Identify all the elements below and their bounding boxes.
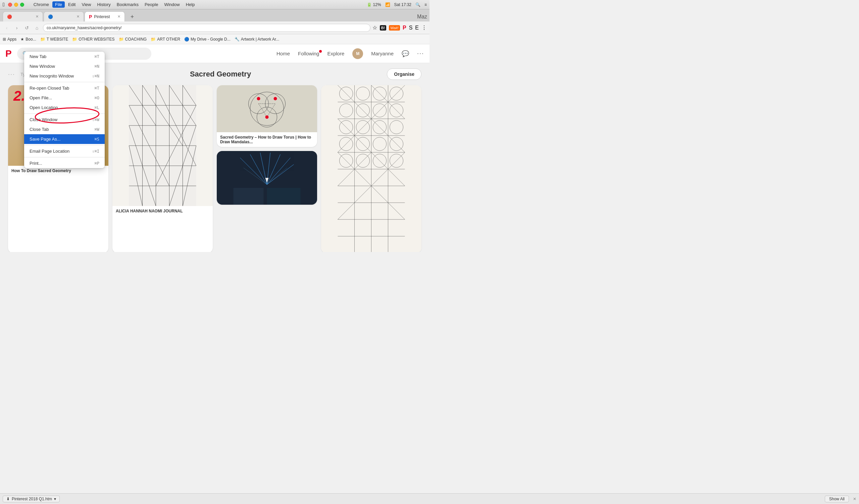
bookmark-artwork[interactable]: 🔧 Artwork | Artwork Ar...	[235, 37, 279, 42]
refresh-button[interactable]: ↺	[23, 24, 31, 32]
address-input[interactable]	[43, 24, 371, 32]
menu-bar: Chrome File Edit View History Bookmarks …	[31, 1, 198, 8]
pin-card-2[interactable]: ALICIA HANNAH NAOMI JOURNAL	[112, 85, 213, 252]
notification-icon: ≡	[424, 2, 427, 7]
pin-image-4	[321, 85, 421, 252]
back-button[interactable]: ‹	[3, 24, 11, 32]
maximize-window-button[interactable]	[20, 3, 24, 7]
bookmark-star-icon2: ★	[20, 37, 24, 42]
menu-item-open-location[interactable]: Open Location... ⌘L	[24, 103, 105, 112]
artwork-icon: 🔧	[235, 37, 240, 42]
pinterest-logo[interactable]: P	[5, 48, 12, 59]
bookmark-other-websites[interactable]: 📁 OTHER WEBSITES	[72, 37, 115, 42]
menu-people[interactable]: People	[142, 1, 161, 8]
bookmark-books[interactable]: ★ Boo...	[20, 37, 36, 42]
email-location-label: Email Page Location	[30, 149, 70, 154]
wifi-icon: 📶	[385, 2, 390, 7]
bookmark-website[interactable]: 📁 T WEBSITE	[40, 37, 68, 42]
separator-1	[24, 82, 105, 82]
new-tab-shortcut: ⌘T	[95, 55, 99, 59]
menu-item-reopen-tab[interactable]: Re-open Closed Tab ⌘T	[24, 83, 105, 93]
browser-tab-2[interactable]: 🔵 ✕	[44, 11, 84, 21]
incognito-label: New Incognito Window	[30, 74, 74, 78]
close-window-button[interactable]	[8, 3, 12, 7]
home-button[interactable]: ⌂	[33, 24, 41, 32]
menu-edit[interactable]: Edit	[65, 1, 78, 8]
bookmark-art-other[interactable]: 📁 ART OTHER	[151, 37, 180, 42]
menu-window[interactable]: Window	[161, 1, 182, 8]
open-file-shortcut: ⌘O	[95, 96, 99, 100]
board-more-icon[interactable]: ···	[8, 71, 15, 78]
pin-image-3b	[217, 151, 317, 205]
menu-item-new-window[interactable]: New Window ⌘N	[24, 61, 105, 71]
menu-item-new-tab[interactable]: New Tab ⌘T	[24, 52, 105, 61]
menu-item-email-location[interactable]: Email Page Location ⇧⌘I	[24, 146, 105, 156]
menu-history[interactable]: History	[94, 1, 113, 8]
more-addr-icon[interactable]: ⋮	[421, 25, 427, 31]
folder-icon-other: 📁	[72, 37, 77, 42]
menu-help[interactable]: Help	[183, 1, 198, 8]
more-options-icon[interactable]: ···	[417, 50, 424, 57]
bookmark-google-drive[interactable]: 🔵 My Drive - Google D...	[184, 37, 230, 42]
bookmark-artwork-label: Artwork | Artwork Ar...	[241, 37, 279, 42]
forward-button[interactable]: ›	[13, 24, 21, 32]
menu-item-incognito[interactable]: New Incognito Window ⇧⌘N	[24, 71, 105, 81]
menu-chrome[interactable]: Chrome	[31, 1, 52, 8]
pin-card-3a[interactable]: Sacred Geometry – How to Draw Torus | Ho…	[217, 85, 317, 147]
bookmark-star-icon[interactable]: ☆	[373, 25, 377, 31]
menu-item-close-tab[interactable]: Close Tab ⌘W	[24, 124, 105, 134]
menu-item-save-page[interactable]: Save Page As... ⌘S	[24, 134, 105, 144]
traffic-lights	[8, 3, 24, 7]
close-tab-shortcut: ⌘W	[95, 127, 99, 132]
bookmark-coaching[interactable]: 📁 COACHING	[119, 37, 147, 42]
browser-tab-1[interactable]: 🔴 ✕	[3, 11, 43, 21]
minimize-window-button[interactable]	[14, 3, 18, 7]
file-dropdown-menu: New Tab ⌘T New Window ⌘N New Incognito W…	[24, 52, 105, 168]
pin-card-3b[interactable]	[217, 151, 317, 205]
user-avatar[interactable]: M	[352, 48, 363, 59]
menu-item-print[interactable]: Print... ⌘P	[24, 158, 105, 168]
title-bar-right: 🔋 12% 📶 Sat 17:32 🔍 ≡	[367, 2, 427, 7]
nav-username[interactable]: Maryanne	[371, 51, 394, 56]
open-file-label: Open File...	[30, 95, 52, 100]
menu-bookmarks[interactable]: Bookmarks	[114, 1, 141, 8]
chat-icon[interactable]: 💬	[402, 50, 409, 57]
email-location-shortcut: ⇧⌘I	[92, 149, 99, 154]
address-bar: ‹ › ↺ ⌂ ☆ B! Wait! P S E ⋮	[0, 21, 430, 34]
apple-logo: 	[3, 2, 5, 8]
pinterest-favicon: P	[89, 14, 92, 19]
menu-file[interactable]: File	[52, 1, 65, 8]
organise-button[interactable]: Organise	[387, 68, 421, 80]
nav-following[interactable]: Following	[298, 51, 319, 56]
apps-grid-icon: ⊞	[3, 37, 6, 42]
separator-2	[24, 113, 105, 114]
nav-home[interactable]: Home	[276, 51, 290, 56]
pin-image-3a	[217, 85, 317, 132]
pin-image-2	[112, 85, 213, 206]
clock: Sat 17:32	[394, 2, 411, 7]
browser-tab-pinterest[interactable]: P Pinterest ✕	[85, 11, 125, 21]
tab1-close-button[interactable]: ✕	[35, 14, 39, 19]
menu-item-open-file[interactable]: Open File... ⌘O	[24, 93, 105, 103]
folder-icon-art: 📁	[151, 37, 156, 42]
pin-card-4[interactable]: + ? Privacy	[321, 85, 421, 252]
print-shortcut: ⌘P	[95, 161, 99, 166]
tab2-close-button[interactable]: ✕	[76, 14, 79, 19]
address-right-icons: ☆ B! Wait! P S E ⋮	[373, 25, 427, 31]
bookmark-apps[interactable]: ⊞ Apps	[3, 37, 16, 42]
user-profile-icon[interactable]: Maz	[418, 12, 427, 21]
new-window-shortcut: ⌘N	[95, 64, 99, 69]
folder-icon-coaching: 📁	[119, 37, 124, 42]
search-icon[interactable]: 🔍	[416, 2, 420, 7]
new-tab-button[interactable]: +	[127, 12, 138, 21]
close-tab-label: Close Tab	[30, 127, 49, 132]
tab3-close-button[interactable]: ✕	[118, 14, 120, 19]
nav-explore[interactable]: Explore	[327, 51, 344, 56]
save-page-shortcut: ⌘S	[95, 137, 99, 142]
save-page-label: Save Page As...	[30, 137, 61, 142]
new-tab-label: New Tab	[30, 54, 46, 59]
close-window-shortcut: ⇧⌘W	[92, 118, 99, 122]
menu-item-close-window[interactable]: Close Window ⇧⌘W	[24, 115, 105, 124]
menu-view[interactable]: View	[79, 1, 94, 8]
bookmarks-bar: ⊞ Apps ★ Boo... 📁 T WEBSITE 📁 OTHER WEBS…	[0, 34, 430, 44]
